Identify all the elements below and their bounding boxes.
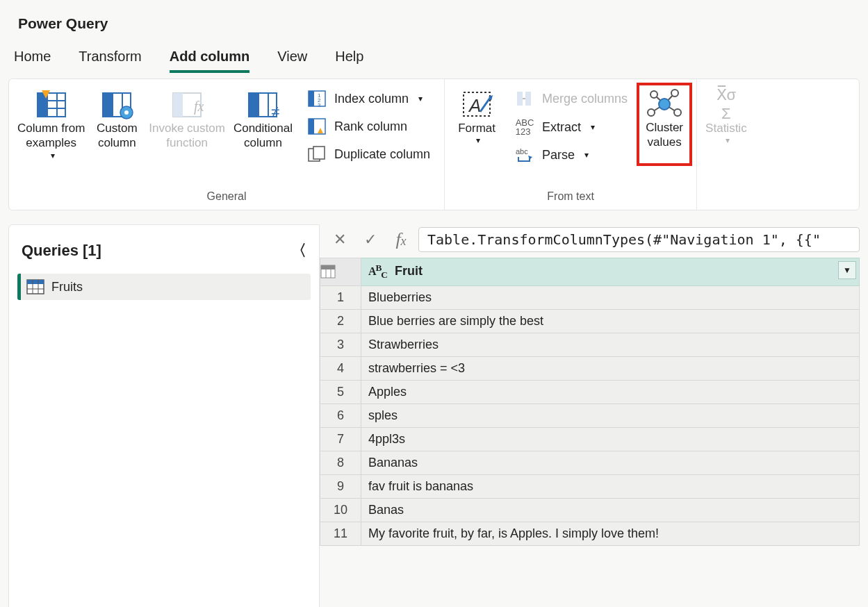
tab-home[interactable]: Home (14, 42, 51, 73)
row-number[interactable]: 1 (320, 285, 361, 309)
cell[interactable]: strawberries = <3 (361, 356, 859, 380)
row-number[interactable]: 5 (320, 380, 361, 404)
queries-pane: Queries [1] 〈 Fruits (8, 224, 320, 607)
cell[interactable]: 4ppl3s (361, 427, 859, 451)
table-row[interactable]: 4strawberries = <3 (320, 356, 860, 380)
column-filter-dropdown[interactable]: ▼ (838, 261, 856, 279)
statistics-button: X̅σΣ Statistic ▾ (701, 83, 751, 146)
svg-rect-35 (517, 92, 523, 106)
cell[interactable]: My favorite fruit, by far, is Apples. I … (361, 522, 859, 545)
cell[interactable]: Apples (361, 380, 859, 404)
extract-icon: ABC123 (514, 118, 535, 136)
cancel-formula-button[interactable]: ✕ (327, 227, 353, 252)
conditional-column-label: Conditionalcolumn (234, 121, 293, 151)
row-number[interactable]: 9 (320, 474, 361, 498)
formula-bar[interactable]: Table.TransformColumnTypes(#"Navigation … (418, 227, 860, 252)
row-number[interactable]: 3 (320, 333, 361, 356)
table-row[interactable]: 8Bananas (320, 451, 860, 474)
chevron-down-icon: ▾ (584, 150, 589, 160)
cell[interactable]: Blue berries are simply the best (361, 309, 859, 333)
column-header-fruit[interactable]: ABC Fruit ▼ (361, 258, 859, 286)
svg-rect-50 (27, 280, 44, 284)
custom-column-icon (100, 88, 133, 121)
column-header-label: Fruit (395, 264, 423, 278)
chevron-down-icon: ▾ (418, 94, 423, 103)
queries-header-label: Queries [1] (22, 242, 101, 260)
svg-text:abc: abc (516, 147, 528, 156)
select-all-corner[interactable] (320, 258, 361, 286)
tab-view[interactable]: View (277, 42, 307, 73)
merge-columns-icon (514, 90, 535, 107)
svg-point-46 (648, 109, 655, 116)
invoke-custom-function-icon: fx (170, 88, 204, 121)
svg-point-44 (650, 91, 657, 98)
svg-rect-55 (321, 265, 335, 269)
table-row[interactable]: 2Blue berries are simply the best (320, 309, 860, 333)
row-number[interactable]: 4 (320, 356, 361, 380)
parse-button[interactable]: abc Parse ▾ (511, 144, 630, 165)
chevron-down-icon: ▾ (591, 122, 595, 132)
parse-icon: abc (514, 147, 535, 163)
table-row[interactable]: 11My favorite fruit, by far, is Apples. … (320, 522, 860, 545)
statistics-icon: X̅σΣ (716, 88, 737, 121)
cell[interactable]: Bananas (361, 451, 859, 474)
tab-transform[interactable]: Transform (79, 42, 141, 73)
cluster-values-button[interactable]: Clustervalues (637, 83, 692, 166)
svg-point-48 (659, 99, 670, 110)
svg-point-45 (671, 90, 678, 97)
index-column-icon: 123 (306, 90, 327, 107)
rank-column-button[interactable]: Rank column (304, 115, 433, 138)
custom-column-label: Customcolumn (97, 121, 138, 151)
table-row[interactable]: 9fav fruit is bananas (320, 474, 860, 498)
cell[interactable]: sples (361, 404, 859, 427)
ribbon-group-general: Column fromexamples ▾ Customcolumn fx In… (9, 79, 445, 210)
table-row[interactable]: 1Blueberries (320, 285, 860, 309)
collapse-queries-icon[interactable]: 〈 (291, 240, 306, 261)
cluster-values-icon (644, 87, 685, 120)
svg-text:≠: ≠ (271, 103, 279, 119)
svg-text:A: A (468, 95, 481, 116)
chevron-down-icon: ▾ (51, 151, 55, 161)
duplicate-column-button[interactable]: Duplicate column (304, 143, 433, 165)
cell[interactable]: fav fruit is bananas (361, 474, 859, 498)
row-number[interactable]: 11 (320, 522, 361, 545)
row-number[interactable]: 2 (320, 309, 361, 333)
cell[interactable]: Blueberries (361, 285, 859, 309)
column-from-examples-button[interactable]: Column fromexamples ▾ (13, 83, 89, 165)
conditional-column-button[interactable]: ≠ Conditionalcolumn (229, 83, 297, 165)
group-label-general: General (207, 190, 247, 207)
index-column-label: Index column (334, 92, 409, 106)
row-number[interactable]: 10 (320, 498, 361, 522)
text-type-icon: ABC (368, 265, 387, 277)
table-row[interactable]: 10Banas (320, 498, 860, 522)
rank-column-label: Rank column (334, 119, 407, 134)
invoke-custom-function-button: fx Invoke customfunction (145, 83, 229, 165)
svg-line-33 (480, 98, 490, 112)
duplicate-column-icon (306, 146, 327, 163)
table-row[interactable]: 3Strawberries (320, 333, 860, 356)
format-icon: A (459, 88, 494, 121)
cell[interactable]: Banas (361, 498, 859, 522)
app-title: Power Query (0, 0, 868, 42)
table-row[interactable]: 6sples (320, 404, 860, 427)
format-button[interactable]: A Format ▾ (449, 83, 505, 165)
table-row[interactable]: 74ppl3s (320, 427, 860, 451)
svg-rect-17 (249, 93, 259, 117)
tab-help[interactable]: Help (335, 42, 363, 73)
cluster-values-label: Clustervalues (646, 120, 683, 150)
tab-add-column[interactable]: Add column (170, 42, 250, 73)
group-label-from-text: From text (547, 190, 594, 207)
row-number[interactable]: 7 (320, 427, 361, 451)
cell[interactable]: Strawberries (361, 333, 859, 356)
query-item-fruits[interactable]: Fruits (17, 274, 311, 300)
svg-point-12 (124, 110, 129, 115)
row-number[interactable]: 6 (320, 404, 361, 427)
index-column-button[interactable]: 123 Index column ▾ (304, 88, 433, 110)
query-item-label: Fruits (51, 280, 83, 294)
row-number[interactable]: 8 (320, 451, 361, 474)
accept-formula-button[interactable]: ✓ (357, 227, 384, 252)
column-from-examples-icon (35, 88, 68, 121)
extract-button[interactable]: ABC123 Extract ▾ (511, 115, 630, 139)
custom-column-button[interactable]: Customcolumn (89, 83, 145, 165)
table-row[interactable]: 5Apples (320, 380, 860, 404)
